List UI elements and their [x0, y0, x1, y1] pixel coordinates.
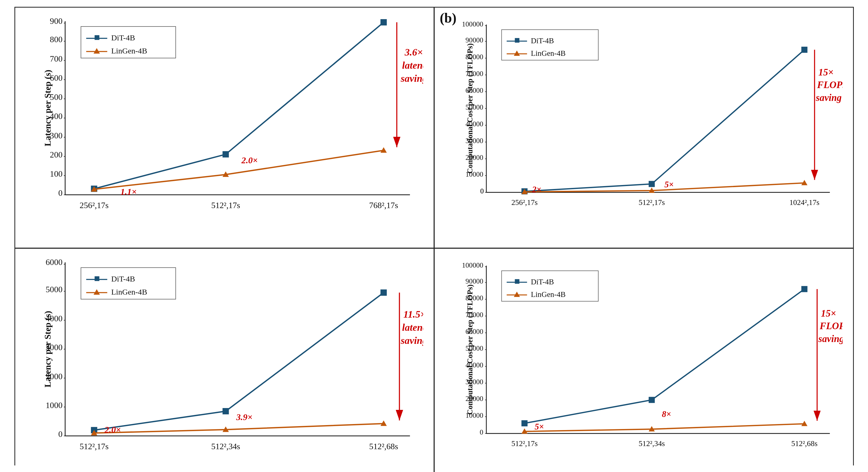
svg-text:5×: 5× [535, 422, 544, 432]
svg-text:0: 0 [480, 187, 484, 195]
linge-marker-3 [380, 147, 386, 153]
svg-text:DiT-4B: DiT-4B [531, 36, 554, 44]
svg-text:11.5×: 11.5× [403, 309, 423, 320]
chart-top-right: (b) 0 0 10000 20000 30000 40000 50000 60… [434, 8, 853, 248]
svg-text:saving: saving [818, 333, 842, 344]
chart-bottom-left: 0 1000 2000 3000 4000 5000 6000 [15, 248, 434, 472]
svg-text:100: 100 [50, 169, 62, 178]
chart-top-left: 0 100 200 300 400 500 600 700 800 900 [15, 8, 434, 248]
svg-text:5×: 5× [664, 179, 674, 189]
dit-marker-3 [380, 19, 386, 26]
dit-marker-2 [222, 151, 229, 157]
svg-text:900: 900 [50, 16, 62, 26]
svg-text:3.9×: 3.9× [236, 412, 252, 422]
svg-text:DiT-4B: DiT-4B [111, 275, 135, 283]
svg-text:800: 800 [50, 35, 62, 44]
svg-text:latency: latency [402, 322, 423, 333]
svg-text:256²,17s: 256²,17s [511, 198, 537, 206]
svg-text:LinGen-4B: LinGen-4B [531, 49, 565, 57]
main-annotation-tl-3: saving [400, 73, 423, 83]
svg-text:512²,34s: 512²,34s [211, 442, 240, 451]
svg-rect-26 [94, 35, 99, 40]
main-annotation-tl-2: latency [402, 60, 423, 70]
svg-text:512²,68s: 512²,68s [791, 439, 817, 448]
ratio-1-tl: 1.1× [120, 187, 137, 197]
svg-rect-144 [801, 286, 807, 292]
chart-svg-bottom-left: 0 1000 2000 3000 4000 5000 6000 [41, 257, 423, 468]
chart-svg-top-right: 0 0 10000 20000 30000 40000 50000 60000 … [461, 15, 842, 227]
x-tick-2: 512²,17s [211, 200, 240, 210]
svg-text:15×: 15× [818, 67, 833, 77]
svg-text:FLOPs: FLOPs [817, 79, 842, 90]
svg-rect-95 [222, 408, 229, 414]
svg-text:Latency per Step (s): Latency per Step (s) [43, 311, 53, 387]
y-label-tl: Latency per Step (s) [43, 70, 53, 146]
svg-rect-161 [515, 279, 519, 283]
chart-svg-bottom-right: 0 10000 20000 30000 40000 50000 60000 70… [461, 257, 842, 468]
svg-text:DiT-4B: DiT-4B [531, 277, 554, 286]
svg-text:0: 0 [479, 428, 483, 436]
svg-text:5000: 5000 [45, 285, 62, 294]
svg-text:2.0×: 2.0× [104, 425, 121, 435]
svg-text:0: 0 [58, 430, 62, 439]
svg-text:2×: 2× [532, 184, 541, 194]
svg-text:6000: 6000 [45, 257, 62, 267]
svg-text:100000: 100000 [462, 20, 483, 28]
svg-text:100000: 100000 [462, 261, 483, 269]
svg-text:200: 200 [50, 149, 62, 159]
svg-text:saving: saving [815, 92, 841, 103]
svg-text:0: 0 [58, 188, 62, 198]
chart-bottom-right: 0 10000 20000 30000 40000 50000 60000 70… [434, 248, 853, 472]
svg-text:512²,34s: 512²,34s [639, 439, 665, 448]
svg-text:FLOPs: FLOPs [819, 321, 842, 332]
svg-text:8×: 8× [662, 409, 671, 419]
panel-label-b: (b) [440, 10, 457, 26]
legend-linge-tl: LinGen-4B [111, 46, 147, 55]
svg-text:1024²,17s: 1024²,17s [789, 198, 819, 206]
svg-text:saving: saving [400, 335, 423, 346]
svg-rect-96 [380, 290, 386, 296]
ratio-2-tl: 2.0× [241, 155, 257, 165]
main-annotation-tl: 3.6× [404, 46, 423, 57]
svg-rect-55 [648, 181, 654, 187]
svg-text:15×: 15× [821, 308, 836, 319]
svg-rect-73 [515, 38, 519, 42]
svg-text:700: 700 [50, 54, 62, 63]
x-tick-3: 768²,17s [369, 200, 398, 210]
x-tick-1: 256²,17s [80, 200, 108, 210]
svg-text:Computational Cost per Step (T: Computational Cost per Step (TFLOPs) [465, 284, 474, 415]
svg-text:512²,68s: 512²,68s [369, 442, 398, 451]
chart-svg-top-left: 0 100 200 300 400 500 600 700 800 900 [41, 15, 423, 227]
svg-rect-143 [648, 397, 654, 403]
svg-text:LinGen-4B: LinGen-4B [531, 290, 565, 299]
svg-text:512²,17s: 512²,17s [80, 442, 108, 451]
svg-text:90000: 90000 [465, 36, 483, 44]
svg-text:512²,17s: 512²,17s [639, 198, 665, 206]
svg-text:512²,17s: 512²,17s [511, 439, 537, 448]
svg-rect-113 [94, 276, 99, 281]
svg-text:Computational Cost per Step (T: Computational Cost per Step (TFLOPs) [465, 43, 474, 173]
svg-text:90000: 90000 [465, 277, 483, 285]
legend-dit-tl: DiT-4B [111, 33, 135, 42]
svg-rect-56 [801, 47, 807, 53]
svg-text:LinGen-4B: LinGen-4B [111, 288, 147, 297]
main-container: 0 100 200 300 400 500 600 700 800 900 [14, 7, 854, 466]
svg-rect-142 [521, 420, 527, 427]
svg-text:1000: 1000 [45, 400, 62, 410]
